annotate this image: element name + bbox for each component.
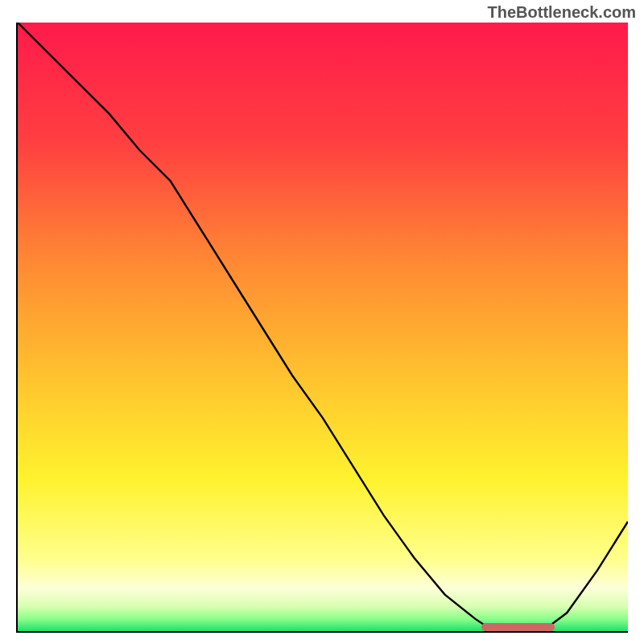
attribution-text: TheBottleneck.com	[488, 3, 636, 22]
curve-svg	[18, 23, 628, 631]
optimal-range-marker	[481, 623, 555, 631]
bottleneck-curve	[18, 23, 628, 631]
plot-area	[16, 23, 628, 633]
